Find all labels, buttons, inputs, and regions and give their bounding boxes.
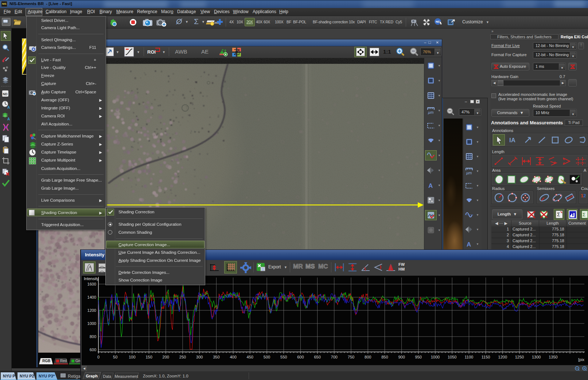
svg-text:1150: 1150: [482, 355, 490, 359]
svg-text:1000: 1000: [87, 321, 96, 326]
svg-text:400: 400: [230, 355, 236, 359]
svg-text:A: A: [7, 117, 10, 121]
svg-text:IA: IA: [509, 137, 515, 144]
svg-text:600: 600: [90, 348, 96, 352]
svg-text:150: 150: [145, 355, 152, 359]
svg-text:300: 300: [196, 355, 203, 359]
svg-text:0: 0: [97, 355, 100, 359]
svg-text:1600: 1600: [87, 282, 96, 286]
svg-text:A: A: [467, 241, 471, 248]
svg-text:650: 650: [314, 355, 320, 359]
svg-text:1200: 1200: [498, 355, 507, 359]
svg-text:700: 700: [331, 355, 338, 359]
svg-text:ND: ND: [3, 92, 8, 96]
svg-text:500: 500: [264, 355, 270, 359]
svg-text:950: 950: [415, 355, 422, 359]
svg-text:1250: 1250: [515, 355, 524, 359]
svg-text:550: 550: [280, 355, 287, 359]
svg-text:600: 600: [297, 355, 304, 359]
svg-text:µm: µm: [428, 110, 434, 115]
svg-text:100: 100: [129, 355, 135, 359]
svg-text:450: 450: [247, 355, 253, 359]
svg-text:200: 200: [163, 355, 169, 359]
svg-text:1050: 1050: [448, 355, 456, 359]
svg-text:350: 350: [213, 355, 219, 359]
svg-text:1350: 1350: [549, 355, 557, 359]
svg-text:50: 50: [113, 355, 117, 359]
svg-text:1300: 1300: [532, 355, 541, 359]
svg-text:Σ: Σ: [557, 212, 560, 217]
svg-text:Σ: Σ: [583, 212, 585, 217]
svg-text:1000: 1000: [431, 355, 440, 359]
svg-text:1100: 1100: [465, 355, 474, 359]
svg-text:[pix: [pix: [578, 357, 585, 362]
svg-text:800: 800: [90, 334, 96, 339]
svg-text:250: 250: [179, 355, 186, 359]
svg-text:800: 800: [365, 355, 371, 359]
svg-text:A: A: [428, 182, 433, 189]
svg-text:900: 900: [398, 355, 405, 359]
svg-text:1200: 1200: [87, 308, 96, 313]
svg-text:A: A: [7, 105, 10, 109]
svg-text:µm: µm: [466, 171, 472, 175]
svg-text:750: 750: [348, 355, 354, 359]
svg-text:1400: 1400: [87, 295, 96, 299]
svg-text:850: 850: [381, 355, 388, 359]
